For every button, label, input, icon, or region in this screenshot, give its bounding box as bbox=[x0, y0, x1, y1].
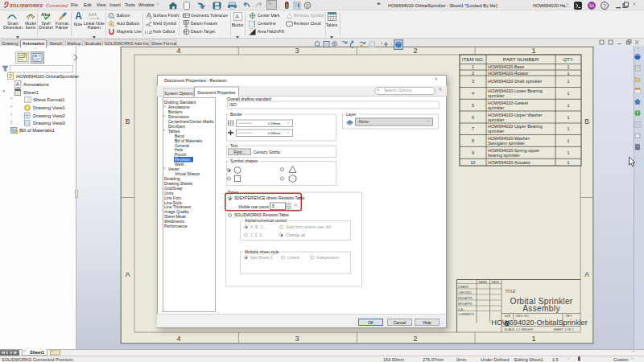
svg-text:9: 9 bbox=[472, 150, 474, 155]
svg-text:REV: REV bbox=[566, 315, 572, 318]
svg-text:SA: SA bbox=[589, 4, 594, 8]
svg-text:A: A bbox=[584, 270, 589, 278]
svg-text:?: ? bbox=[603, 3, 606, 9]
svg-text:QTY.: QTY. bbox=[563, 56, 574, 62]
svg-text:DRAWN: DRAWN bbox=[458, 286, 469, 289]
svg-text:1: 1 bbox=[472, 64, 474, 69]
svg-text:bearing sprinkler: bearing sprinkler bbox=[488, 153, 520, 158]
svg-text:PART NUMBER: PART NUMBER bbox=[503, 56, 539, 62]
svg-text:1: 1 bbox=[568, 150, 570, 155]
svg-text:·: · bbox=[252, 3, 254, 9]
svg-text:1: 1 bbox=[568, 138, 570, 143]
svg-text:1: 1 bbox=[568, 79, 570, 84]
svg-text:1: 1 bbox=[568, 91, 570, 96]
svg-text:ENG APPR.: ENG APPR. bbox=[458, 297, 473, 300]
svg-text:sprinkler: sprinkler bbox=[488, 129, 505, 134]
svg-text:A: A bbox=[16, 81, 20, 87]
svg-text:1: 1 bbox=[568, 103, 570, 108]
svg-text:HOW694020-Rotator: HOW694020-Rotator bbox=[488, 71, 529, 76]
svg-text:sprinkler: sprinkler bbox=[488, 105, 505, 110]
svg-text:1: 1 bbox=[568, 160, 570, 165]
svg-text:Swingarm sprinkler: Swingarm sprinkler bbox=[488, 141, 525, 146]
svg-text:4: 4 bbox=[176, 335, 180, 343]
svg-text:MFG APPR.: MFG APPR. bbox=[458, 302, 473, 306]
svg-text:B: B bbox=[126, 117, 130, 125]
svg-text:SIZE: SIZE bbox=[505, 315, 512, 318]
svg-text:3: 3 bbox=[295, 335, 299, 343]
svg-text:Q.A.: Q.A. bbox=[458, 308, 464, 311]
svg-text:1: 1 bbox=[110, 14, 113, 18]
svg-text:5: 5 bbox=[472, 103, 474, 108]
svg-text:3: 3 bbox=[472, 79, 474, 84]
svg-text:AAA: AAA bbox=[89, 13, 97, 17]
svg-text:·: · bbox=[208, 3, 209, 9]
svg-text:SHEET 1 OF 1: SHEET 1 OF 1 bbox=[554, 328, 574, 331]
svg-text:8: 8 bbox=[472, 138, 474, 143]
svg-text:A: A bbox=[185, 20, 188, 24]
svg-text:·: · bbox=[238, 3, 240, 9]
svg-text:4: 4 bbox=[176, 47, 180, 55]
svg-text:TITLE:: TITLE: bbox=[506, 290, 517, 294]
svg-text:2: 2 bbox=[413, 335, 417, 343]
svg-text:7: 7 bbox=[472, 126, 474, 131]
svg-text:ITEM NO.: ITEM NO. bbox=[462, 56, 485, 62]
svg-text:B: B bbox=[584, 117, 589, 125]
svg-text:1: 1 bbox=[531, 335, 535, 343]
svg-text:A: A bbox=[110, 22, 113, 26]
svg-text:HOW694020-Base: HOW694020-Base bbox=[488, 64, 524, 69]
svg-text:sprinkler: sprinkler bbox=[488, 93, 505, 98]
svg-text:·: · bbox=[223, 3, 225, 9]
svg-text:COMMENTS:: COMMENTS: bbox=[458, 313, 475, 316]
svg-text:·: · bbox=[192, 3, 194, 9]
svg-text:1: 1 bbox=[568, 126, 570, 131]
svg-text:CHECKED: CHECKED bbox=[458, 291, 472, 294]
svg-text:4: 4 bbox=[472, 91, 474, 96]
svg-text:sprinkler: sprinkler bbox=[488, 117, 505, 122]
svg-text:2: 2 bbox=[472, 71, 474, 76]
svg-text:1: 1 bbox=[531, 47, 535, 55]
svg-text:Connected: Connected bbox=[46, 3, 68, 8]
svg-text:2: 2 bbox=[413, 47, 417, 55]
svg-text:DWG. NO.: DWG. NO. bbox=[516, 315, 530, 318]
svg-text:1: 1 bbox=[568, 115, 570, 120]
svg-text:HOW694020-OrbitalSprinkler: HOW694020-OrbitalSprinkler bbox=[491, 319, 587, 327]
svg-text:1: 1 bbox=[568, 71, 570, 76]
svg-text:SOLIDWORKS: SOLIDWORKS bbox=[10, 3, 43, 8]
svg-text:NAME: NAME bbox=[479, 281, 488, 284]
svg-text:HOW694020-Actuator: HOW694020-Actuator bbox=[488, 160, 530, 165]
svg-text:SCALE: 1:5 WEIGHT:: SCALE: 1:5 WEIGHT: bbox=[505, 328, 535, 331]
svg-text:3: 3 bbox=[295, 47, 299, 55]
svg-text:Assembly: Assembly bbox=[522, 304, 560, 313]
svg-text:A: A bbox=[126, 270, 130, 278]
svg-text:10: 10 bbox=[471, 160, 476, 165]
svg-text:·: · bbox=[264, 3, 266, 9]
svg-text:A: A bbox=[236, 14, 240, 19]
svg-text:1: 1 bbox=[568, 64, 570, 69]
svg-text:Ø: Ø bbox=[150, 30, 153, 35]
svg-text:·: · bbox=[315, 3, 316, 9]
svg-text:HOW694020-Shaft sprinkler: HOW694020-Shaft sprinkler bbox=[488, 79, 543, 84]
svg-text:6: 6 bbox=[472, 115, 474, 120]
svg-text:DATE: DATE bbox=[492, 281, 500, 284]
